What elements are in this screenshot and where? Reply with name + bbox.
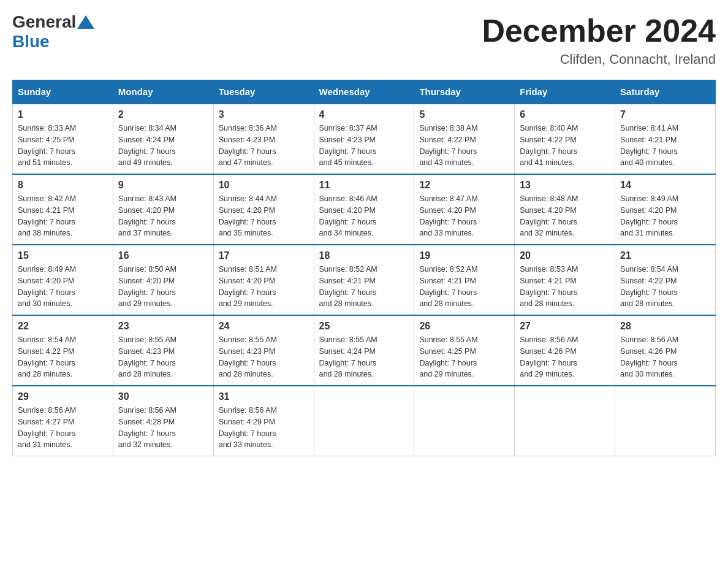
day-info: Sunrise: 8:48 AM Sunset: 4:20 PM Dayligh… (520, 193, 610, 239)
day-number: 18 (319, 250, 409, 261)
day-info: Sunrise: 8:56 AM Sunset: 4:26 PM Dayligh… (620, 334, 710, 380)
calendar-cell: 5 Sunrise: 8:38 AM Sunset: 4:22 PM Dayli… (414, 104, 515, 174)
day-number: 25 (319, 321, 409, 332)
calendar-cell: 14 Sunrise: 8:49 AM Sunset: 4:20 PM Dayl… (615, 174, 716, 245)
calendar-week-3: 15 Sunrise: 8:49 AM Sunset: 4:20 PM Dayl… (13, 245, 716, 315)
month-title: December 2024 (482, 12, 716, 49)
day-number: 6 (520, 109, 610, 120)
day-info: Sunrise: 8:50 AM Sunset: 4:20 PM Dayligh… (118, 264, 208, 310)
calendar-cell: 23 Sunrise: 8:55 AM Sunset: 4:23 PM Dayl… (113, 315, 213, 386)
day-number: 20 (520, 250, 610, 261)
day-info: Sunrise: 8:49 AM Sunset: 4:20 PM Dayligh… (620, 193, 710, 239)
day-info: Sunrise: 8:55 AM Sunset: 4:23 PM Dayligh… (118, 334, 208, 380)
day-number: 3 (219, 109, 309, 120)
calendar-cell: 29 Sunrise: 8:56 AM Sunset: 4:27 PM Dayl… (13, 386, 113, 456)
day-number: 13 (520, 180, 610, 191)
day-number: 15 (18, 250, 108, 261)
day-info: Sunrise: 8:56 AM Sunset: 4:28 PM Dayligh… (118, 405, 208, 451)
col-friday: Friday (515, 80, 615, 104)
day-number: 12 (419, 180, 509, 191)
day-number: 27 (520, 321, 610, 332)
day-info: Sunrise: 8:47 AM Sunset: 4:20 PM Dayligh… (419, 193, 509, 239)
day-number: 4 (319, 109, 409, 120)
logo-general-text: General (12, 12, 76, 32)
day-number: 23 (118, 321, 208, 332)
calendar-week-2: 8 Sunrise: 8:42 AM Sunset: 4:21 PM Dayli… (13, 174, 716, 245)
day-number: 31 (219, 391, 309, 402)
day-info: Sunrise: 8:49 AM Sunset: 4:20 PM Dayligh… (18, 264, 108, 310)
calendar-week-1: 1 Sunrise: 8:33 AM Sunset: 4:25 PM Dayli… (13, 104, 716, 174)
col-thursday: Thursday (414, 80, 515, 104)
calendar-cell: 7 Sunrise: 8:41 AM Sunset: 4:21 PM Dayli… (615, 104, 716, 174)
day-number: 2 (118, 109, 208, 120)
day-info: Sunrise: 8:54 AM Sunset: 4:22 PM Dayligh… (18, 334, 108, 380)
calendar-week-5: 29 Sunrise: 8:56 AM Sunset: 4:27 PM Dayl… (13, 386, 716, 456)
title-section: December 2024 Clifden, Connacht, Ireland (482, 12, 716, 67)
calendar-cell: 9 Sunrise: 8:43 AM Sunset: 4:20 PM Dayli… (113, 174, 213, 245)
day-number: 26 (419, 321, 509, 332)
day-number: 7 (620, 109, 710, 120)
calendar-cell: 24 Sunrise: 8:55 AM Sunset: 4:23 PM Dayl… (213, 315, 314, 386)
day-number: 1 (18, 109, 108, 120)
col-sunday: Sunday (13, 80, 113, 104)
logo-triangle-icon (77, 15, 94, 29)
calendar-cell: 20 Sunrise: 8:53 AM Sunset: 4:21 PM Dayl… (515, 245, 615, 315)
day-info: Sunrise: 8:40 AM Sunset: 4:22 PM Dayligh… (520, 123, 610, 169)
calendar-table: Sunday Monday Tuesday Wednesday Thursday… (12, 80, 716, 456)
day-number: 16 (118, 250, 208, 261)
day-number: 28 (620, 321, 710, 332)
day-number: 17 (219, 250, 309, 261)
day-info: Sunrise: 8:34 AM Sunset: 4:24 PM Dayligh… (118, 123, 208, 169)
day-info: Sunrise: 8:56 AM Sunset: 4:27 PM Dayligh… (18, 405, 108, 451)
day-number: 21 (620, 250, 710, 261)
day-info: Sunrise: 8:37 AM Sunset: 4:23 PM Dayligh… (319, 123, 409, 169)
location-subtitle: Clifden, Connacht, Ireland (482, 52, 716, 67)
col-monday: Monday (113, 80, 213, 104)
calendar-cell: 10 Sunrise: 8:44 AM Sunset: 4:20 PM Dayl… (213, 174, 314, 245)
calendar-cell: 11 Sunrise: 8:46 AM Sunset: 4:20 PM Dayl… (314, 174, 414, 245)
calendar-cell: 21 Sunrise: 8:54 AM Sunset: 4:22 PM Dayl… (615, 245, 716, 315)
day-number: 10 (219, 180, 309, 191)
calendar-cell: 27 Sunrise: 8:56 AM Sunset: 4:26 PM Dayl… (515, 315, 615, 386)
calendar-cell: 16 Sunrise: 8:50 AM Sunset: 4:20 PM Dayl… (113, 245, 213, 315)
day-info: Sunrise: 8:33 AM Sunset: 4:25 PM Dayligh… (18, 123, 108, 169)
calendar-cell: 8 Sunrise: 8:42 AM Sunset: 4:21 PM Dayli… (13, 174, 113, 245)
page-header: General Blue December 2024 Clifden, Conn… (12, 12, 716, 67)
calendar-cell: 22 Sunrise: 8:54 AM Sunset: 4:22 PM Dayl… (13, 315, 113, 386)
calendar-cell (515, 386, 615, 456)
day-number: 8 (18, 180, 108, 191)
day-info: Sunrise: 8:43 AM Sunset: 4:20 PM Dayligh… (118, 193, 208, 239)
logo-blue-text: Blue (12, 32, 50, 51)
day-info: Sunrise: 8:36 AM Sunset: 4:23 PM Dayligh… (219, 123, 309, 169)
day-number: 14 (620, 180, 710, 191)
calendar-cell: 6 Sunrise: 8:40 AM Sunset: 4:22 PM Dayli… (515, 104, 615, 174)
col-tuesday: Tuesday (213, 80, 314, 104)
calendar-cell (414, 386, 515, 456)
day-info: Sunrise: 8:41 AM Sunset: 4:21 PM Dayligh… (620, 123, 710, 169)
day-info: Sunrise: 8:44 AM Sunset: 4:20 PM Dayligh… (219, 193, 309, 239)
day-info: Sunrise: 8:55 AM Sunset: 4:23 PM Dayligh… (219, 334, 309, 380)
calendar-cell: 1 Sunrise: 8:33 AM Sunset: 4:25 PM Dayli… (13, 104, 113, 174)
col-wednesday: Wednesday (314, 80, 414, 104)
day-info: Sunrise: 8:55 AM Sunset: 4:25 PM Dayligh… (419, 334, 509, 380)
calendar-cell: 15 Sunrise: 8:49 AM Sunset: 4:20 PM Dayl… (13, 245, 113, 315)
logo: General Blue (12, 12, 96, 52)
day-number: 29 (18, 391, 108, 402)
day-number: 11 (319, 180, 409, 191)
day-info: Sunrise: 8:46 AM Sunset: 4:20 PM Dayligh… (319, 193, 409, 239)
day-info: Sunrise: 8:55 AM Sunset: 4:24 PM Dayligh… (319, 334, 409, 380)
calendar-cell: 13 Sunrise: 8:48 AM Sunset: 4:20 PM Dayl… (515, 174, 615, 245)
calendar-cell: 3 Sunrise: 8:36 AM Sunset: 4:23 PM Dayli… (213, 104, 314, 174)
day-number: 24 (219, 321, 309, 332)
day-info: Sunrise: 8:52 AM Sunset: 4:21 PM Dayligh… (419, 264, 509, 310)
calendar-cell (314, 386, 414, 456)
calendar-cell: 2 Sunrise: 8:34 AM Sunset: 4:24 PM Dayli… (113, 104, 213, 174)
day-info: Sunrise: 8:56 AM Sunset: 4:29 PM Dayligh… (219, 405, 309, 451)
calendar-cell: 4 Sunrise: 8:37 AM Sunset: 4:23 PM Dayli… (314, 104, 414, 174)
day-number: 5 (419, 109, 509, 120)
day-info: Sunrise: 8:54 AM Sunset: 4:22 PM Dayligh… (620, 264, 710, 310)
day-info: Sunrise: 8:52 AM Sunset: 4:21 PM Dayligh… (319, 264, 409, 310)
calendar-cell: 25 Sunrise: 8:55 AM Sunset: 4:24 PM Dayl… (314, 315, 414, 386)
day-info: Sunrise: 8:42 AM Sunset: 4:21 PM Dayligh… (18, 193, 108, 239)
calendar-cell: 19 Sunrise: 8:52 AM Sunset: 4:21 PM Dayl… (414, 245, 515, 315)
